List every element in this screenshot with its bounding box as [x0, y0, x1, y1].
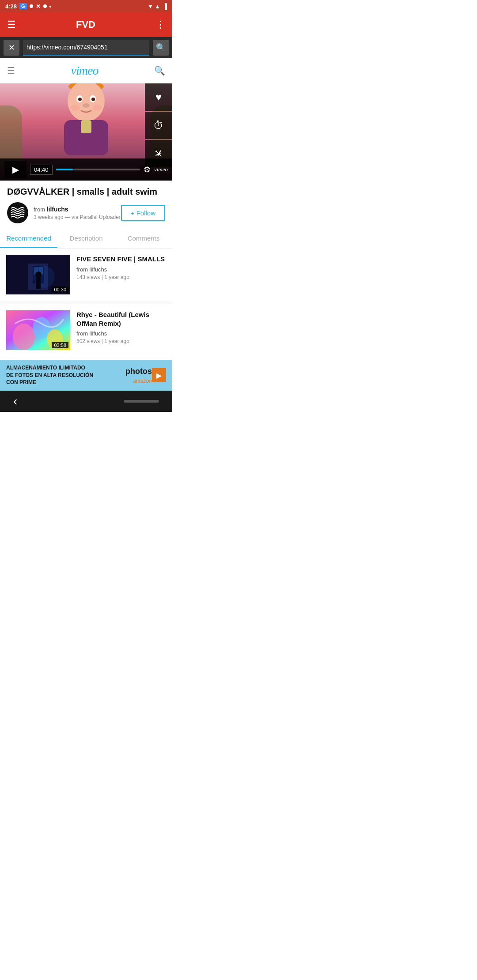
bottom-nav: ‹ [0, 391, 172, 412]
video-player[interactable]: ♥ ⏱ ✈ ▶ 04:40 ⚙ vimeo [0, 83, 172, 181]
thumb2-duration: 03:58 [52, 342, 68, 348]
ad-content: ALMACENAMIENTO ILIMITADO DE FOTOS EN ALT… [6, 364, 125, 386]
svg-point-6 [91, 98, 95, 101]
video-thumbnail-1[interactable]: 00:30 [6, 255, 70, 294]
channel-name: lilfuchs [47, 206, 68, 213]
svg-point-2 [68, 83, 105, 121]
character-svg [51, 83, 121, 156]
video-info-section: DØGVVÅLKER | smalls | adult swim from li… [0, 181, 172, 228]
browser-close-button[interactable]: ✕ [4, 40, 19, 56]
channel-from-label: from lilfuchs [34, 205, 121, 213]
svg-point-5 [78, 98, 82, 101]
video-progress-bar[interactable] [56, 169, 140, 170]
item2-title: Rhye - Beautiful (Lewis OfMan Remix) [76, 310, 166, 328]
svg-point-20 [35, 271, 42, 278]
recommended-item: 00:30 FIVE SEVEN FIVE | SMALLS from lilf… [0, 249, 172, 301]
ad-banner[interactable]: ALMACENAMIENTO ILIMITADO DE FOTOS EN ALT… [0, 360, 172, 391]
ad-brand-section: photos amazon [125, 367, 152, 384]
svg-point-8 [71, 105, 80, 111]
tab-recommended[interactable]: Recommended [0, 228, 57, 248]
app-bar: ☰ FVD ⋮ [0, 12, 172, 37]
status-bar: 4:28 G ✕ • ▾ ▲ ▐ [0, 0, 172, 12]
channel-row: from lilfuchs 3 weeks ago — via Parallel… [7, 202, 165, 223]
item1-title: FIVE SEVEN FIVE | SMALLS [76, 255, 166, 264]
video-side-actions: ♥ ⏱ ✈ [145, 83, 172, 167]
back-button[interactable]: ‹ [13, 394, 17, 408]
progress-fill [56, 169, 73, 170]
video-controls-bar: ▶ 04:40 ⚙ vimeo [0, 158, 172, 181]
battery-icon: ▐ [163, 3, 167, 10]
url-input[interactable] [23, 40, 149, 56]
status-time: 4:28 [5, 3, 17, 10]
play-arrow-icon: ▶ [156, 371, 162, 380]
follow-button[interactable]: + Follow [121, 205, 165, 221]
status-dot [30, 4, 33, 8]
tab-description[interactable]: Description [57, 228, 115, 248]
video-thumbnail-2[interactable]: 03:58 [6, 310, 70, 350]
browser-search-button[interactable]: 🔍 [153, 40, 169, 56]
heart-icon: ♥ [155, 91, 162, 103]
video-title: DØGVVÅLKER | smalls | adult swim [7, 187, 165, 197]
status-dot2 [43, 4, 47, 8]
channel-info: from lilfuchs 3 weeks ago — via Parallel… [7, 202, 121, 223]
close-icon: ✕ [8, 43, 15, 53]
clock-icon: ⏱ [153, 119, 164, 132]
item1-from: from lilfuchs [76, 266, 166, 273]
signal-icon: ▲ [155, 3, 160, 10]
ad-brand-label: photos [125, 367, 152, 376]
svg-rect-11 [81, 120, 91, 133]
status-icons: ▾ ▲ ▐ [149, 3, 167, 10]
vimeo-logo: vimeo [71, 64, 98, 78]
vimeo-menu-icon[interactable]: ☰ [7, 65, 15, 76]
play-button[interactable]: ▶ [4, 161, 26, 178]
browser-bar: ✕ 🔍 [0, 37, 172, 58]
item2-meta: 502 views | 1 year ago [76, 338, 166, 344]
recommended-list: 00:30 FIVE SEVEN FIVE | SMALLS from lilf… [0, 249, 172, 356]
ad-text: ALMACENAMIENTO ILIMITADO DE FOTOS EN ALT… [6, 364, 125, 386]
app-title: FVD [76, 19, 95, 30]
vimeo-search-icon[interactable]: 🔍 [154, 65, 165, 76]
item1-meta: 143 views | 1 year ago [76, 274, 166, 280]
tab-comments[interactable]: Comments [115, 228, 172, 248]
channel-avatar[interactable] [7, 202, 28, 223]
tabs-bar: Recommended Description Comments [0, 228, 172, 249]
more-options-icon[interactable]: ⋮ [155, 19, 165, 30]
like-button[interactable]: ♥ [145, 83, 172, 111]
wifi-icon: ▾ [149, 3, 152, 10]
settings-icon[interactable]: ⚙ [144, 165, 151, 174]
video-time-badge: 04:40 [30, 165, 53, 175]
svg-rect-19 [36, 277, 41, 289]
hamburger-icon[interactable]: ☰ [7, 19, 16, 30]
search-icon: 🔍 [156, 43, 166, 53]
recommended-item-2: 03:58 Rhye - Beautiful (Lewis OfMan Remi… [0, 304, 172, 356]
watch-later-button[interactable]: ⏱ [145, 112, 172, 139]
thumb1-duration: 00:30 [52, 286, 68, 293]
svg-point-7 [83, 103, 90, 108]
item2-from: from lilfuchs [76, 330, 166, 337]
ad-amazon-label: amazon [133, 378, 152, 384]
channel-meta: 3 weeks ago — via Parallel Uploader [34, 214, 121, 220]
svg-point-9 [93, 105, 102, 111]
svg-point-22 [13, 324, 35, 350]
svg-point-18 [33, 266, 55, 288]
item1-details: FIVE SEVEN FIVE | SMALLS from lilfuchs 1… [76, 255, 166, 280]
vimeo-watermark: vimeo [154, 166, 168, 173]
status-x: ✕ [36, 3, 41, 10]
ad-arrow-button[interactable]: ▶ [152, 368, 166, 382]
channel-details: from lilfuchs 3 weeks ago — via Parallel… [34, 205, 121, 220]
status-dot3: • [49, 3, 52, 10]
item2-details: Rhye - Beautiful (Lewis OfMan Remix) fro… [76, 310, 166, 344]
google-icon: G [19, 3, 27, 9]
vimeo-header: ☰ vimeo 🔍 [0, 58, 172, 83]
nav-pill [124, 400, 159, 403]
avatar-pattern [9, 204, 26, 222]
